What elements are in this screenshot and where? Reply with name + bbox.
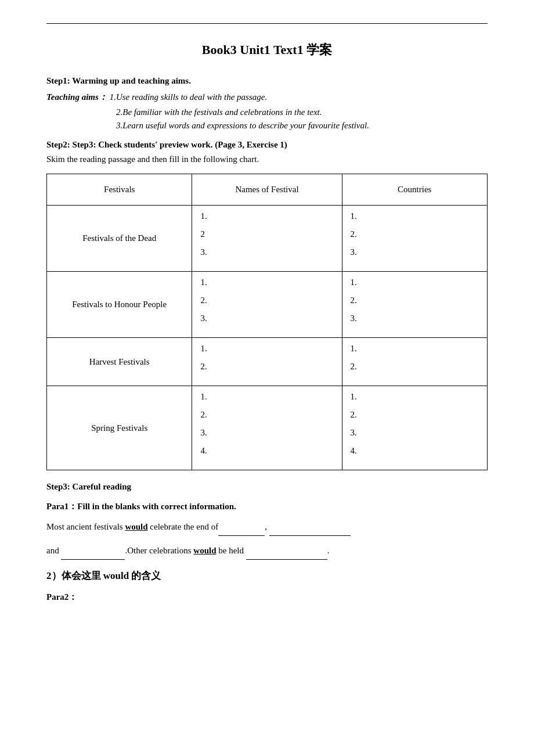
teaching-aims-line: Teaching aims： 1.Use reading skills to d… (46, 92, 488, 103)
step2-heading: Step2: Step3: Check students' preview wo… (46, 140, 488, 150)
country-harvest-2: 2. (351, 362, 479, 372)
festivals-table: Festivals Names of Festival Countries Fe… (46, 174, 488, 470)
teaching-aims-label: Teaching aims： (46, 92, 107, 102)
aim3-text: 3.Learn useful words and expressions to … (116, 121, 488, 131)
country-honour-3: 3. (351, 314, 479, 323)
country-dead-3: 3. (351, 247, 479, 257)
fill-sentence-2: and .Other celebrations would be held . (46, 542, 488, 560)
name-spring-2: 2. (200, 410, 333, 420)
table-row: Harvest Festivals 1. 2. 1. 2. (47, 338, 488, 386)
country-spring-3: 3. (351, 428, 479, 438)
festival-spring: Spring Festivals (47, 386, 192, 470)
festival-honour: Festivals to Honour People (47, 272, 192, 338)
section2-heading: 2）体会这里 would 的含义 (46, 569, 488, 582)
top-divider (46, 23, 488, 24)
para2-label: Para2： (46, 592, 488, 603)
header-festivals: Festivals (47, 174, 192, 206)
festival-dead: Festivals of the Dead (47, 206, 192, 272)
table-row: Spring Festivals 1. 2. 3. 4. 1. 2. 3. 4. (47, 386, 488, 470)
blank-4[interactable] (246, 542, 327, 560)
skim-text: Skim the reading passage and then fill i… (46, 154, 488, 164)
name-harvest-1: 1. (200, 344, 333, 354)
country-spring-2: 2. (351, 410, 479, 420)
table-row: Festivals to Honour People 1. 2. 3. 1. 2… (47, 272, 488, 338)
names-dead: 1. 2 3. (192, 206, 342, 272)
step3-heading: Step3: Careful reading (46, 482, 488, 492)
festival-harvest: Harvest Festivals (47, 338, 192, 386)
table-header-row: Festivals Names of Festival Countries (47, 174, 488, 206)
fill-text4: .Other celebrations (125, 546, 193, 555)
name-harvest-2: 2. (200, 362, 333, 372)
comma: , (265, 522, 269, 531)
name-honour-1: 1. (200, 278, 333, 287)
countries-honour: 1. 2. 3. (342, 272, 487, 338)
country-dead-2: 2. (351, 229, 479, 239)
step1-heading: Step1: Warming up and teaching aims. (46, 76, 488, 86)
fill-sentence-1: Most ancient festivals would celebrate t… (46, 518, 488, 536)
table-row: Festivals of the Dead 1. 2 3. 1. 2. 3. (47, 206, 488, 272)
countries-dead: 1. 2. 3. (342, 206, 487, 272)
fill-text5: be held (216, 546, 246, 555)
fill-text1: Most ancient festivals (46, 522, 125, 531)
blank-1[interactable] (218, 518, 265, 536)
country-harvest-1: 1. (351, 344, 479, 354)
fill-text2: celebrate the end of (148, 522, 219, 531)
country-spring-1: 1. (351, 392, 479, 402)
name-honour-3: 3. (200, 314, 333, 323)
country-honour-1: 1. (351, 278, 479, 287)
name-honour-2: 2. (200, 296, 333, 305)
para1-heading: Para1：Fill in the blanks with correct in… (46, 501, 488, 512)
header-countries: Countries (342, 174, 487, 206)
name-spring-3: 3. (200, 428, 333, 438)
country-spring-4: 4. (351, 446, 479, 456)
fill-text3: and (46, 546, 61, 555)
blank-3[interactable] (61, 542, 125, 560)
names-honour: 1. 2. 3. (192, 272, 342, 338)
aim2-text: 2.Be familiar with the festivals and cel… (116, 107, 488, 117)
country-dead-1: 1. (351, 211, 479, 221)
period: . (327, 546, 330, 555)
name-dead-2: 2 (200, 229, 333, 239)
countries-spring: 1. 2. 3. 4. (342, 386, 487, 470)
name-dead-3: 3. (200, 247, 333, 257)
page-title: Book3 Unit1 Text1 学案 (46, 41, 488, 59)
would-word-2: would (193, 546, 216, 555)
header-names: Names of Festival (192, 174, 342, 206)
name-spring-4: 4. (200, 446, 333, 456)
aim1-text: 1.Use reading skills to deal with the pa… (110, 92, 268, 102)
name-dead-1: 1. (200, 211, 333, 221)
would-word-1: would (125, 522, 147, 531)
name-spring-1: 1. (200, 392, 333, 402)
countries-harvest: 1. 2. (342, 338, 487, 386)
names-harvest: 1. 2. (192, 338, 342, 386)
country-honour-2: 2. (351, 296, 479, 305)
blank-2[interactable] (269, 518, 351, 536)
names-spring: 1. 2. 3. 4. (192, 386, 342, 470)
